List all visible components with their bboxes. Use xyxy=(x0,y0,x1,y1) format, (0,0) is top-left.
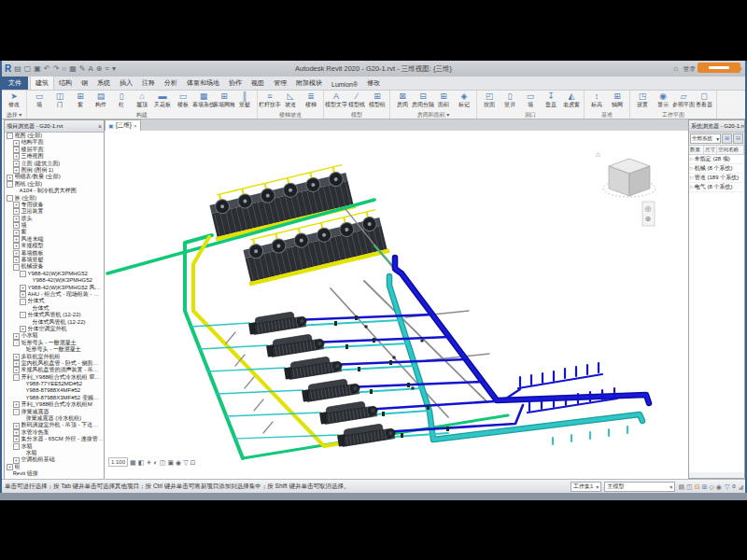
tree-item[interactable]: +幕墙竖梃 xyxy=(5,257,104,263)
tree-item[interactable]: -开利_Y988组合式冷水机组 双机头 xyxy=(5,374,104,381)
filter-icon[interactable]: ▽ xyxy=(725,483,729,491)
ribbon-tab-分析[interactable]: 分析 xyxy=(160,77,182,90)
system-row[interactable]: ▷未指定 (28 项) xyxy=(689,155,744,164)
expand-icon[interactable]: + xyxy=(13,222,20,229)
tree-item[interactable]: +分体空调室外机 xyxy=(5,326,104,332)
press-drag-icon[interactable]: ⊞ xyxy=(702,483,708,491)
scale-control[interactable]: 1:100 xyxy=(108,457,128,467)
tree-item[interactable]: 弹簧减震器 (冷水机组) xyxy=(5,415,104,422)
expand-triangle-icon[interactable]: ▷ xyxy=(690,183,694,191)
expand-icon[interactable]: + xyxy=(20,285,26,291)
collapse-icon[interactable]: - xyxy=(13,340,20,346)
tree-item[interactable]: +喷头 xyxy=(5,216,104,222)
tree-item[interactable]: +数码涡旋室外机 - 吊顶 - 下送下回 xyxy=(5,422,104,428)
tree-item[interactable]: +水管冷热泵 xyxy=(5,429,104,436)
exclude-options-icon[interactable]: ⊟ xyxy=(695,483,700,491)
expand-icon[interactable]: + xyxy=(7,175,13,181)
expand-icon[interactable]: + xyxy=(20,291,26,298)
system-row[interactable]: ▷管道 (189 个系统) xyxy=(689,174,744,183)
ribbon-button-竖井[interactable]: ▯竖井 xyxy=(500,91,520,107)
expand-icon[interactable]: + xyxy=(13,230,20,236)
show-crop-icon[interactable]: ▣ xyxy=(167,458,174,467)
expand-icon[interactable]: + xyxy=(13,354,20,360)
ribbon-button-墙[interactable]: ▭墙 xyxy=(29,91,49,107)
ribbon-tab-系统[interactable]: 系统 xyxy=(92,77,115,90)
expand-icon[interactable]: + xyxy=(13,436,20,442)
ribbon-button-构件[interactable]: ▤构件 xyxy=(91,91,111,107)
ribbon-button-模型文字[interactable]: A模型文字 xyxy=(326,91,346,107)
ribbon-button-轴网[interactable]: ⊞轴网 xyxy=(607,91,627,107)
expand-icon[interactable]: + xyxy=(13,367,20,373)
column-header[interactable]: 空间名称 xyxy=(717,146,744,154)
workset-dropdown[interactable]: 工作集1▾ xyxy=(571,482,601,492)
ribbon-button-查看器[interactable]: ◻查看器 xyxy=(694,91,714,107)
ribbon-tab-修改[interactable]: 修改 xyxy=(362,77,385,90)
ribbon-tab-建筑[interactable]: 建筑 xyxy=(30,76,54,90)
tree-item[interactable]: Revit 链接 xyxy=(5,470,104,477)
design-options-icon[interactable]: ◫ xyxy=(686,483,693,491)
tree-item[interactable]: Y988-42(W)K3PMHG52 xyxy=(5,277,104,284)
ribbon-button-门[interactable]: ◫门 xyxy=(49,91,70,107)
ribbon-button-楼梯[interactable]: ≣楼梯 xyxy=(301,91,321,107)
expand-icon[interactable]: ⊞ xyxy=(722,133,732,144)
tree-item[interactable]: -分体式风管机 (12-22) xyxy=(5,312,104,318)
ribbon-tab-插入[interactable]: 插入 xyxy=(115,77,137,90)
undo-icon[interactable]: ↶ xyxy=(44,65,50,73)
tree-item[interactable]: -弹簧减震器 xyxy=(5,409,104,415)
plugin-button[interactable] xyxy=(698,63,740,73)
expand-icon[interactable]: + xyxy=(7,464,13,470)
tree-item[interactable]: -图纸 (全部) xyxy=(5,181,104,188)
tree-item[interactable]: 矩形弯头 - 一般混凝土 xyxy=(5,346,104,353)
ribbon-tab-附加模块[interactable]: 附加模块 xyxy=(291,77,327,90)
tree-item[interactable]: -机械设备 xyxy=(5,263,104,270)
expand-triangle-icon[interactable]: ▷ xyxy=(690,155,694,163)
tree-item[interactable]: -矩形弯头 - 一般混凝土 xyxy=(5,340,104,346)
open-icon[interactable]: ▢ xyxy=(24,65,32,73)
visual-style-icon[interactable]: ◧ xyxy=(138,458,145,467)
tree-item[interactable]: +明细表/数量 (全部) xyxy=(5,174,104,180)
collapse-icon[interactable]: - xyxy=(7,133,13,139)
column-header[interactable]: 尺寸 xyxy=(704,146,717,154)
expand-icon[interactable]: + xyxy=(13,257,20,263)
ribbon-button-按面[interactable]: ◰按面 xyxy=(479,91,500,107)
expand-triangle-icon[interactable]: ▷ xyxy=(690,174,694,182)
background-process-icon[interactable]: ◇ xyxy=(709,483,713,491)
expand-icon[interactable]: + xyxy=(20,326,26,332)
collapse-icon[interactable]: - xyxy=(13,264,20,271)
system-row[interactable]: ▷电气 (8 个系统) xyxy=(689,183,744,192)
menu-icon[interactable]: ▤ xyxy=(14,65,21,73)
tree-item[interactable]: +三维视图 xyxy=(5,153,104,160)
tree-item[interactable]: -水箱 xyxy=(5,443,104,450)
collapse-icon[interactable]: - xyxy=(7,195,13,202)
collapse-icon[interactable]: - xyxy=(13,443,20,450)
ribbon-button-面积[interactable]: ⊞面积 xyxy=(433,91,454,107)
tree-item[interactable]: -族 (全部) xyxy=(5,195,104,202)
tag-icon[interactable]: ✎ xyxy=(79,65,86,73)
ribbon-tab-体量和场地[interactable]: 体量和场地 xyxy=(182,77,224,90)
tree-item[interactable]: +结构平面 xyxy=(5,139,104,146)
ribbon-button-参照平面[interactable]: ▱参照平面 xyxy=(673,91,694,107)
crop-view-icon[interactable]: ◫ xyxy=(160,458,166,467)
ribbon-button-模型组[interactable]: ⊞模型组 xyxy=(367,91,388,107)
resize-grip[interactable]: ◢ xyxy=(739,483,743,491)
ribbon-button-标高[interactable]: ↕标高 xyxy=(586,91,607,107)
revit-logo-icon[interactable]: R xyxy=(5,63,11,74)
temporary-hide-icon[interactable]: ◉ xyxy=(176,458,181,467)
navigation-bar[interactable]: ◎ ⊕ xyxy=(642,202,655,226)
constraints-icon[interactable]: ⊡ xyxy=(190,458,196,467)
collapse-icon[interactable]: - xyxy=(13,409,20,415)
ribbon-button-老虎窗[interactable]: ◭老虎窗 xyxy=(561,91,582,107)
ribbon-tab-结构[interactable]: 结构 xyxy=(54,77,77,90)
tree-item[interactable]: +窗 xyxy=(5,229,104,235)
tree-item[interactable]: Y988-87988X4MF#52 xyxy=(5,387,104,394)
expand-icon[interactable]: + xyxy=(13,161,20,167)
tree-item[interactable]: +立面 (建筑立面) xyxy=(5,161,104,167)
drawing-canvas[interactable]: ⌂ ◎ ⊕ xyxy=(105,131,688,479)
tree-item[interactable]: +专用设备 xyxy=(5,202,104,208)
expand-icon[interactable]: + xyxy=(13,423,20,429)
tree-item[interactable]: +Y988-42(W)K3PMHG52 风冷模块 xyxy=(5,285,104,291)
expand-icon[interactable]: + xyxy=(13,208,20,215)
ribbon-tab-钢[interactable]: 钢 xyxy=(77,77,92,90)
ribbon-button-楼板[interactable]: ▭楼板 xyxy=(173,91,193,107)
viewcube[interactable]: ⌂ xyxy=(596,150,655,197)
